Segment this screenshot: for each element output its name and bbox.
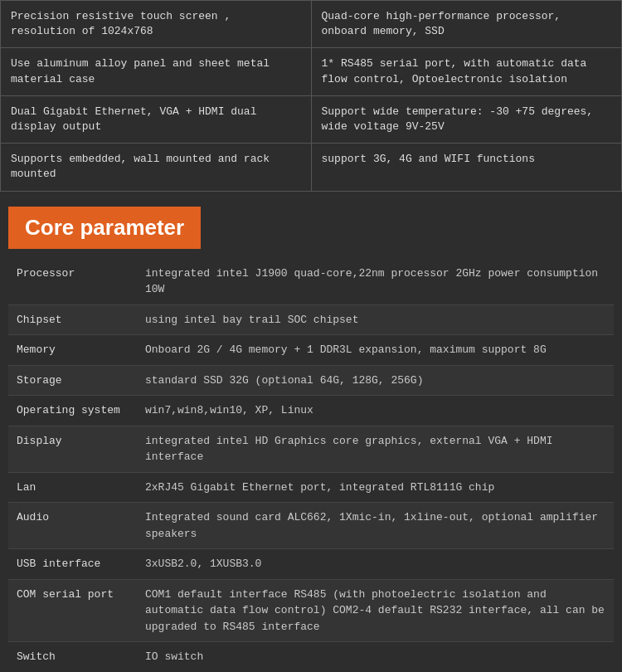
param-value: Integrated sound card ALC662, 1Xmic-in, …	[137, 503, 614, 549]
param-row: Lan2xRJ45 Gigabit Ethernet port, integra…	[8, 472, 614, 503]
param-label: Switch	[8, 642, 137, 673]
param-value: integrated intel HD Graphics core graphi…	[137, 426, 614, 472]
param-value: 3xUSB2.0, 1XUSB3.0	[137, 549, 614, 580]
param-row: AudioIntegrated sound card ALC662, 1Xmic…	[8, 503, 614, 549]
spec-cell: Dual Gigabit Ethernet, VGA + HDMI dual d…	[1, 95, 312, 143]
param-value: integrated intel J1900 quad-core,22nm pr…	[137, 259, 614, 305]
param-label: Operating system	[8, 396, 137, 426]
param-value: using intel bay trail SOC chipset	[137, 304, 614, 335]
spec-cell: support 3G, 4G and WIFI functions	[311, 144, 622, 191]
param-value: COM1 default interface RS485 (with photo…	[137, 579, 614, 642]
spec-cell: Use aluminum alloy panel and sheet metal…	[1, 48, 312, 95]
param-row: MemoryOnboard 2G / 4G memory + 1 DDR3L e…	[8, 335, 614, 366]
param-value: Onboard 2G / 4G memory + 1 DDR3L expansi…	[137, 335, 614, 366]
param-label: Display	[8, 426, 137, 472]
params-table: Processorintegrated intel J1900 quad-cor…	[8, 259, 614, 673]
param-value: standard SSD 32G (optional 64G, 128G, 25…	[137, 365, 614, 396]
param-label: Lan	[8, 472, 137, 503]
spec-cell: Support wide temperature: -30 +75 degree…	[311, 95, 622, 143]
spec-cell: Quad-core high-performance processor, on…	[311, 1, 622, 48]
param-row: Displayintegrated intel HD Graphics core…	[8, 426, 614, 472]
param-label: USB interface	[8, 549, 137, 580]
param-label: COM serial port	[8, 579, 137, 642]
param-value: IO switch	[137, 642, 614, 673]
spec-cell: 1* RS485 serial port, with automatic dat…	[311, 48, 622, 95]
param-label: Processor	[8, 259, 137, 305]
param-label: Memory	[8, 335, 137, 366]
param-row: Storagestandard SSD 32G (optional 64G, 1…	[8, 365, 614, 396]
param-value: 2xRJ45 Gigabit Ethernet port, integrated…	[137, 472, 614, 503]
core-parameter-heading: Core parameter	[0, 192, 622, 259]
section-title: Core parameter	[8, 207, 201, 249]
param-row: Chipsetusing intel bay trail SOC chipset	[8, 304, 614, 335]
spec-cell: Supports embedded, wall mounted and rack…	[1, 144, 312, 191]
param-value: win7,win8,win10, XP, Linux	[137, 396, 614, 426]
param-row: Operating systemwin7,win8,win10, XP, Lin…	[8, 396, 614, 426]
specs-table: Precision resistive touch screen , resol…	[0, 0, 622, 192]
param-label: Chipset	[8, 304, 137, 335]
param-row: USB interface3xUSB2.0, 1XUSB3.0	[8, 549, 614, 580]
param-label: Audio	[8, 503, 137, 549]
param-row: Processorintegrated intel J1900 quad-cor…	[8, 259, 614, 305]
param-row: SwitchIO switch	[8, 642, 614, 673]
param-row: COM serial portCOM1 default interface RS…	[8, 579, 614, 642]
spec-cell: Precision resistive touch screen , resol…	[1, 1, 312, 48]
param-label: Storage	[8, 365, 137, 396]
